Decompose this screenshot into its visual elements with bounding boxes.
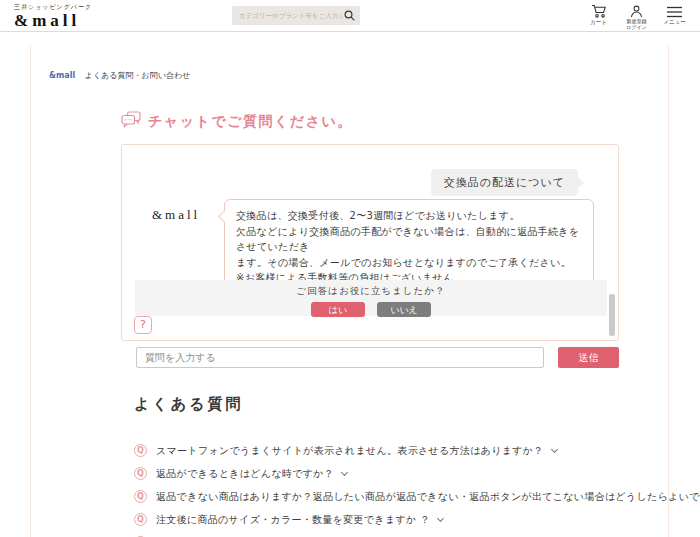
faq-item-text: 返品ができるときはどんな時ですか？ [156,467,334,481]
cart-label: カート [590,19,607,26]
menu-button[interactable]: メニュー [661,4,688,30]
chat-bubbles-icon [121,111,141,132]
chat-input-row: 送信 [136,347,619,368]
faq-item-text: スマートフォンでうまくサイトが表示されません。表示させる方法はありますか？ [156,444,544,458]
chat-section-title: チャットでご質問ください。 [121,111,668,132]
faq-item[interactable]: Q 注文後に商品のサイズ・カラー・数量を変更できますか ？ [134,513,668,526]
question-input[interactable] [136,347,544,368]
feedback-panel: ご回答はお役に立ちましたか？ はい いいえ [135,280,607,316]
question-circle-icon: Q [134,490,147,503]
faq-item[interactable]: Q 返品ができるときはどんな時ですか？ [134,467,668,480]
faq-item[interactable]: Q スマートフォンでうまくサイトが表示されません。表示させる方法はありますか？ [134,444,668,457]
brand-logo-text: &mall [14,12,92,31]
chat-scrollbar-thumb[interactable] [609,294,615,336]
bot-name: &mall [152,207,200,223]
login-button[interactable]: 新規登録 ログイン [623,4,650,30]
chevron-down-icon [551,446,558,453]
chevron-down-icon [437,515,444,522]
feedback-question: ご回答はお役に立ちましたか？ [135,280,607,298]
feedback-buttons: はい いいえ [135,302,607,317]
content-card: &mall よくある質問・お問い合わせ チャットでご質問ください。 交換品の配送… [30,45,669,537]
site-header: 三井ショッピングパーク &mall カート [0,0,700,32]
bot-message-line: 交換品は、交換受付後、2〜3週間ほどでお送りいたします。 [236,208,582,224]
breadcrumb-home-link[interactable]: &mall [49,71,75,80]
search-input[interactable] [239,12,344,20]
faq-heading: よくある質問 [134,395,668,414]
question-circle-icon: Q [134,513,147,526]
login-label: ログイン [626,24,646,30]
chat-title-text: チャットでご質問ください。 [148,113,353,131]
question-circle-icon: Q [134,444,147,457]
feedback-no-button[interactable]: いいえ [377,302,431,317]
chevron-down-icon [341,469,348,476]
brand-logo[interactable]: 三井ショッピングパーク &mall [14,3,92,31]
faq-item[interactable]: Q 返品できない商品はありますか？返品したい商品が返品できない・返品ボタンが出て… [134,490,668,503]
cart-button[interactable]: カート [585,4,612,30]
breadcrumb-current: よくある質問・お問い合わせ [85,71,191,80]
chat-window: 交換品の配送について &mall 交換品は、交換受付後、2〜3週間ほどでお送りい… [121,144,619,341]
page: 三井ショッピングパーク &mall カート [0,0,700,537]
send-button[interactable]: 送信 [558,347,619,368]
cart-icon [591,4,607,18]
question-circle-icon: Q [134,467,147,480]
chat-help-button[interactable]: ? [134,316,152,334]
bot-message-line: 欠品などにより交換商品の手配ができない場合は、自動的に返品手続きをさせていただき [236,224,582,255]
breadcrumb: &mall よくある質問・お問い合わせ [31,45,668,81]
header-search-bar [232,6,360,25]
header-nav: カート 新規登録 ログイン メニュー [585,4,688,30]
faq-list: Q スマートフォンでうまくサイトが表示されません。表示させる方法はありますか？ … [134,444,668,537]
menu-label: メニュー [663,19,685,26]
hamburger-menu-icon [667,4,682,18]
user-icon [630,4,643,18]
feedback-yes-button[interactable]: はい [311,302,365,317]
faq-item-text: 返品できない商品はありますか？返品したい商品が返品できない・返品ボタンが出てこな… [156,490,700,504]
user-message-bubble: 交換品の配送について [431,169,578,196]
bot-message-line: ます。その場合、メールでのお知らせとなりますのでご了承ください。 [236,255,582,271]
faq-item-text: 注文後に商品のサイズ・カラー・数量を変更できますか ？ [156,513,430,527]
search-icon[interactable] [344,6,355,25]
